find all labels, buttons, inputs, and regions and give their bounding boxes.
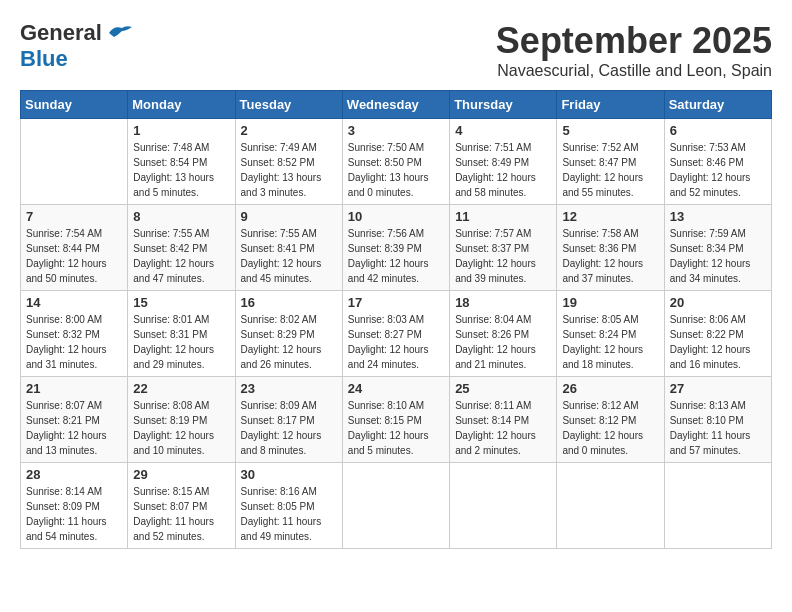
day-info: Sunrise: 8:05 AM Sunset: 8:24 PM Dayligh… (562, 312, 658, 372)
calendar-cell: 11Sunrise: 7:57 AM Sunset: 8:37 PM Dayli… (450, 205, 557, 291)
calendar-cell: 13Sunrise: 7:59 AM Sunset: 8:34 PM Dayli… (664, 205, 771, 291)
calendar-week-4: 21Sunrise: 8:07 AM Sunset: 8:21 PM Dayli… (21, 377, 772, 463)
day-number: 20 (670, 295, 766, 310)
day-number: 16 (241, 295, 337, 310)
day-number: 17 (348, 295, 444, 310)
day-info: Sunrise: 8:12 AM Sunset: 8:12 PM Dayligh… (562, 398, 658, 458)
day-info: Sunrise: 7:50 AM Sunset: 8:50 PM Dayligh… (348, 140, 444, 200)
calendar-cell: 18Sunrise: 8:04 AM Sunset: 8:26 PM Dayli… (450, 291, 557, 377)
day-number: 26 (562, 381, 658, 396)
page-header: General Blue September 2025 Navaescurial… (20, 20, 772, 80)
weekday-header-sunday: Sunday (21, 91, 128, 119)
calendar-cell: 29Sunrise: 8:15 AM Sunset: 8:07 PM Dayli… (128, 463, 235, 549)
day-number: 13 (670, 209, 766, 224)
day-number: 14 (26, 295, 122, 310)
weekday-header-saturday: Saturday (664, 91, 771, 119)
day-number: 29 (133, 467, 229, 482)
weekday-header-wednesday: Wednesday (342, 91, 449, 119)
day-info: Sunrise: 8:15 AM Sunset: 8:07 PM Dayligh… (133, 484, 229, 544)
day-info: Sunrise: 7:55 AM Sunset: 8:41 PM Dayligh… (241, 226, 337, 286)
calendar-cell: 9Sunrise: 7:55 AM Sunset: 8:41 PM Daylig… (235, 205, 342, 291)
calendar-cell (557, 463, 664, 549)
calendar-cell: 25Sunrise: 8:11 AM Sunset: 8:14 PM Dayli… (450, 377, 557, 463)
calendar-cell: 3Sunrise: 7:50 AM Sunset: 8:50 PM Daylig… (342, 119, 449, 205)
calendar-week-3: 14Sunrise: 8:00 AM Sunset: 8:32 PM Dayli… (21, 291, 772, 377)
weekday-header-friday: Friday (557, 91, 664, 119)
calendar-cell: 22Sunrise: 8:08 AM Sunset: 8:19 PM Dayli… (128, 377, 235, 463)
day-info: Sunrise: 7:49 AM Sunset: 8:52 PM Dayligh… (241, 140, 337, 200)
day-number: 22 (133, 381, 229, 396)
day-number: 10 (348, 209, 444, 224)
weekday-header-monday: Monday (128, 91, 235, 119)
weekday-header-thursday: Thursday (450, 91, 557, 119)
day-info: Sunrise: 8:01 AM Sunset: 8:31 PM Dayligh… (133, 312, 229, 372)
day-info: Sunrise: 7:58 AM Sunset: 8:36 PM Dayligh… (562, 226, 658, 286)
month-title: September 2025 (496, 20, 772, 62)
day-info: Sunrise: 7:52 AM Sunset: 8:47 PM Dayligh… (562, 140, 658, 200)
weekday-header-row: SundayMondayTuesdayWednesdayThursdayFrid… (21, 91, 772, 119)
calendar-cell (450, 463, 557, 549)
day-number: 2 (241, 123, 337, 138)
calendar-cell: 15Sunrise: 8:01 AM Sunset: 8:31 PM Dayli… (128, 291, 235, 377)
calendar-cell: 5Sunrise: 7:52 AM Sunset: 8:47 PM Daylig… (557, 119, 664, 205)
calendar-cell: 16Sunrise: 8:02 AM Sunset: 8:29 PM Dayli… (235, 291, 342, 377)
calendar-cell: 12Sunrise: 7:58 AM Sunset: 8:36 PM Dayli… (557, 205, 664, 291)
calendar-cell (342, 463, 449, 549)
day-number: 23 (241, 381, 337, 396)
location-subtitle: Navaescurial, Castille and Leon, Spain (496, 62, 772, 80)
calendar-cell: 7Sunrise: 7:54 AM Sunset: 8:44 PM Daylig… (21, 205, 128, 291)
calendar-cell: 2Sunrise: 7:49 AM Sunset: 8:52 PM Daylig… (235, 119, 342, 205)
calendar-week-5: 28Sunrise: 8:14 AM Sunset: 8:09 PM Dayli… (21, 463, 772, 549)
calendar-cell: 19Sunrise: 8:05 AM Sunset: 8:24 PM Dayli… (557, 291, 664, 377)
day-info: Sunrise: 7:54 AM Sunset: 8:44 PM Dayligh… (26, 226, 122, 286)
day-info: Sunrise: 8:07 AM Sunset: 8:21 PM Dayligh… (26, 398, 122, 458)
calendar-cell: 24Sunrise: 8:10 AM Sunset: 8:15 PM Dayli… (342, 377, 449, 463)
calendar-week-1: 1Sunrise: 7:48 AM Sunset: 8:54 PM Daylig… (21, 119, 772, 205)
day-info: Sunrise: 8:04 AM Sunset: 8:26 PM Dayligh… (455, 312, 551, 372)
day-info: Sunrise: 8:13 AM Sunset: 8:10 PM Dayligh… (670, 398, 766, 458)
day-number: 28 (26, 467, 122, 482)
logo-general-text: General (20, 20, 102, 46)
calendar-cell: 20Sunrise: 8:06 AM Sunset: 8:22 PM Dayli… (664, 291, 771, 377)
day-number: 6 (670, 123, 766, 138)
calendar-cell: 17Sunrise: 8:03 AM Sunset: 8:27 PM Dayli… (342, 291, 449, 377)
day-info: Sunrise: 8:00 AM Sunset: 8:32 PM Dayligh… (26, 312, 122, 372)
day-info: Sunrise: 7:57 AM Sunset: 8:37 PM Dayligh… (455, 226, 551, 286)
calendar-cell: 8Sunrise: 7:55 AM Sunset: 8:42 PM Daylig… (128, 205, 235, 291)
day-info: Sunrise: 8:09 AM Sunset: 8:17 PM Dayligh… (241, 398, 337, 458)
logo: General Blue (20, 20, 134, 72)
day-info: Sunrise: 7:48 AM Sunset: 8:54 PM Dayligh… (133, 140, 229, 200)
calendar-table: SundayMondayTuesdayWednesdayThursdayFrid… (20, 90, 772, 549)
day-number: 30 (241, 467, 337, 482)
day-number: 27 (670, 381, 766, 396)
day-info: Sunrise: 7:56 AM Sunset: 8:39 PM Dayligh… (348, 226, 444, 286)
title-section: September 2025 Navaescurial, Castille an… (496, 20, 772, 80)
logo-bird-icon (104, 23, 134, 43)
day-number: 19 (562, 295, 658, 310)
day-number: 25 (455, 381, 551, 396)
calendar-cell: 1Sunrise: 7:48 AM Sunset: 8:54 PM Daylig… (128, 119, 235, 205)
day-number: 21 (26, 381, 122, 396)
logo-blue-text: Blue (20, 46, 68, 72)
day-number: 8 (133, 209, 229, 224)
calendar-cell: 4Sunrise: 7:51 AM Sunset: 8:49 PM Daylig… (450, 119, 557, 205)
day-info: Sunrise: 7:55 AM Sunset: 8:42 PM Dayligh… (133, 226, 229, 286)
calendar-cell: 6Sunrise: 7:53 AM Sunset: 8:46 PM Daylig… (664, 119, 771, 205)
day-info: Sunrise: 8:03 AM Sunset: 8:27 PM Dayligh… (348, 312, 444, 372)
day-number: 15 (133, 295, 229, 310)
day-number: 3 (348, 123, 444, 138)
day-number: 5 (562, 123, 658, 138)
calendar-cell: 23Sunrise: 8:09 AM Sunset: 8:17 PM Dayli… (235, 377, 342, 463)
day-info: Sunrise: 8:08 AM Sunset: 8:19 PM Dayligh… (133, 398, 229, 458)
day-info: Sunrise: 7:53 AM Sunset: 8:46 PM Dayligh… (670, 140, 766, 200)
day-number: 11 (455, 209, 551, 224)
calendar-cell: 27Sunrise: 8:13 AM Sunset: 8:10 PM Dayli… (664, 377, 771, 463)
calendar-cell: 21Sunrise: 8:07 AM Sunset: 8:21 PM Dayli… (21, 377, 128, 463)
calendar-cell (21, 119, 128, 205)
day-info: Sunrise: 7:59 AM Sunset: 8:34 PM Dayligh… (670, 226, 766, 286)
day-info: Sunrise: 8:16 AM Sunset: 8:05 PM Dayligh… (241, 484, 337, 544)
day-number: 1 (133, 123, 229, 138)
calendar-cell: 10Sunrise: 7:56 AM Sunset: 8:39 PM Dayli… (342, 205, 449, 291)
calendar-cell: 26Sunrise: 8:12 AM Sunset: 8:12 PM Dayli… (557, 377, 664, 463)
day-number: 4 (455, 123, 551, 138)
